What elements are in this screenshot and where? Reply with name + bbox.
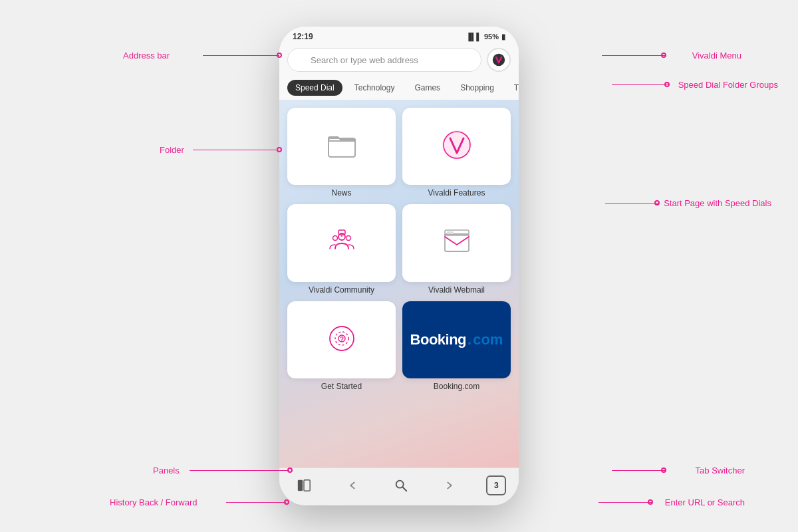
speed-dial-card-booking[interactable]: Booking.com xyxy=(402,301,511,378)
folder-label: Folder xyxy=(160,145,184,155)
tab-group-tr[interactable]: Tr... xyxy=(506,80,519,96)
speed-dial-folder-groups-dot xyxy=(664,82,670,87)
speed-dial-grid: News Vivaldi Features xyxy=(287,108,511,391)
history-back-button[interactable] xyxy=(340,473,364,497)
vivaldi-menu-dot xyxy=(661,53,666,58)
back-icon xyxy=(345,478,360,493)
svg-point-17 xyxy=(396,481,404,488)
start-page-dot xyxy=(654,200,660,205)
svg-point-6 xyxy=(346,235,350,240)
search-icon xyxy=(394,478,408,493)
svg-point-0 xyxy=(493,54,505,66)
speed-dial-news[interactable]: News xyxy=(287,108,396,198)
booking-com-text: com xyxy=(473,331,503,348)
folder-icon xyxy=(326,129,358,164)
status-bar: 12:19 ▐▌▌ 95% ▮ xyxy=(279,27,519,44)
community-icon xyxy=(326,226,358,261)
forward-icon xyxy=(442,478,457,493)
vivaldi-menu-button[interactable] xyxy=(487,48,511,72)
history-forward-button[interactable] xyxy=(438,473,462,497)
svg-rect-10 xyxy=(447,231,454,234)
tab-group-shopping[interactable]: Shopping xyxy=(452,80,502,96)
webmail-icon xyxy=(441,226,473,261)
vivaldi-menu-line xyxy=(602,55,665,56)
speed-dial-label-get-started: Get Started xyxy=(321,382,362,391)
battery-icon: ▮ xyxy=(501,33,505,41)
speed-dial-label-vivaldi-features: Vivaldi Features xyxy=(428,188,485,198)
vivaldi-features-icon xyxy=(441,129,473,164)
panels-dot xyxy=(287,467,293,473)
panels-line xyxy=(190,470,289,471)
speed-dial-folder-groups-line xyxy=(612,84,668,85)
tab-group-games[interactable]: Games xyxy=(406,80,448,96)
svg-point-2 xyxy=(442,130,471,160)
start-page-line xyxy=(605,203,658,203)
svg-point-5 xyxy=(332,235,337,240)
svg-rect-8 xyxy=(445,234,469,251)
address-bar-row: b Search or type web address xyxy=(279,44,519,76)
vivaldi-v-icon xyxy=(492,53,505,66)
speed-dial-card-vivaldi-features[interactable] xyxy=(402,108,511,185)
enter-url-label: Enter URL or Search xyxy=(665,497,745,507)
folder-dot xyxy=(277,147,282,152)
tab-switcher-button[interactable]: 3 xyxy=(486,475,506,495)
address-input[interactable]: Search or type web address xyxy=(287,48,481,72)
address-bar-label: Address bar xyxy=(123,51,170,61)
speed-dial-card-vivaldi-webmail[interactable] xyxy=(402,204,511,281)
tab-count: 3 xyxy=(494,481,499,490)
signal-icon: ▐▌▌ xyxy=(466,33,481,41)
booking-logo: Booking.com xyxy=(410,331,503,348)
speed-dial-card-vivaldi-community[interactable] xyxy=(287,204,396,281)
history-label: History Back / Forward xyxy=(110,497,197,507)
enter-url-line xyxy=(598,502,652,503)
tab-switcher-label: Tab Switcher xyxy=(696,466,745,475)
tab-switcher-dot xyxy=(661,467,666,473)
speed-dial-label-booking: Booking.com xyxy=(434,382,479,391)
get-started-icon: ? xyxy=(326,323,358,357)
svg-rect-15 xyxy=(297,480,302,491)
vivaldi-menu-label: Vivaldi Menu xyxy=(692,51,741,61)
history-dot xyxy=(284,499,289,505)
svg-text:?: ? xyxy=(339,336,343,343)
booking-brand-text: Booking xyxy=(410,331,467,348)
speed-dial-get-started[interactable]: ? Get Started xyxy=(287,301,396,391)
panels-label: Panels xyxy=(153,466,180,475)
address-input-wrapper[interactable]: b Search or type web address xyxy=(287,48,481,72)
speed-dial-content: News Vivaldi Features xyxy=(279,100,519,467)
speed-dial-vivaldi-community[interactable]: Vivaldi Community xyxy=(287,204,396,294)
speed-dial-card-get-started[interactable]: ? xyxy=(287,301,396,378)
tab-groups-bar: Speed Dial Technology Games Shopping Tr.… xyxy=(279,76,519,100)
tab-group-speed-dial[interactable]: Speed Dial xyxy=(287,80,342,96)
speed-dial-vivaldi-features[interactable]: Vivaldi Features xyxy=(402,108,511,198)
enter-url-dot xyxy=(648,499,653,505)
history-line xyxy=(226,502,286,503)
speed-dial-label-vivaldi-webmail: Vivaldi Webmail xyxy=(428,285,485,295)
folder-line xyxy=(193,150,278,150)
speed-dial-label-news: News xyxy=(331,188,351,198)
search-button[interactable] xyxy=(389,473,413,497)
bottom-navigation: 3 xyxy=(279,467,519,505)
booking-dot: . xyxy=(467,331,471,348)
tab-group-technology[interactable]: Technology xyxy=(346,80,403,96)
svg-rect-16 xyxy=(304,480,310,491)
status-icons: ▐▌▌ 95% ▮ xyxy=(466,33,505,41)
status-time: 12:19 xyxy=(293,32,313,41)
phone-frame: 12:19 ▐▌▌ 95% ▮ b Search or type web add… xyxy=(279,27,519,505)
start-page-label: Start Page with Speed Dials xyxy=(664,198,771,208)
speed-dial-label-vivaldi-community: Vivaldi Community xyxy=(309,285,374,295)
battery-indicator: 95% xyxy=(484,33,499,41)
speed-dial-booking[interactable]: Booking.com Booking.com xyxy=(402,301,511,391)
tab-switcher-line xyxy=(612,470,665,471)
panels-icon xyxy=(297,478,311,493)
address-bar-line xyxy=(203,55,279,56)
speed-dial-vivaldi-webmail[interactable]: Vivaldi Webmail xyxy=(402,204,511,294)
speed-dial-card-news[interactable] xyxy=(287,108,396,185)
speed-dial-folder-groups-label: Speed Dial Folder Groups xyxy=(678,80,778,90)
address-bar-dot xyxy=(277,53,282,58)
panels-button[interactable] xyxy=(292,473,316,497)
